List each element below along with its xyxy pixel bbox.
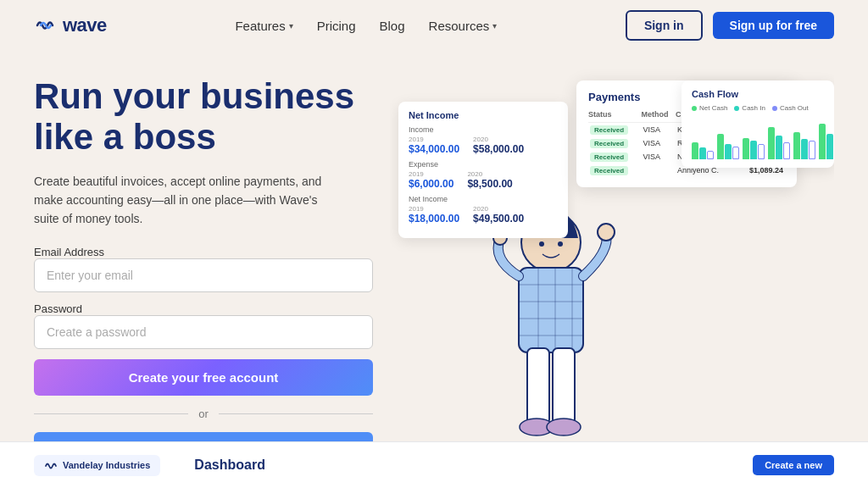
nav-resources[interactable]: Resources ▾ (429, 19, 498, 33)
preview-company-name: Vandelay Industries (63, 460, 150, 470)
logo[interactable]: wave (34, 14, 107, 36)
chevron-down-icon: ▾ (289, 21, 293, 30)
bar-outline (758, 144, 765, 159)
nav-features[interactable]: Features ▾ (235, 19, 292, 33)
bar-teal (776, 136, 782, 159)
bar-teal (725, 144, 732, 159)
income-card-title: Net Income (409, 110, 558, 120)
bar-teal (699, 147, 706, 159)
bar-teal (826, 134, 833, 159)
bar-outline (783, 142, 790, 159)
create-account-button[interactable]: Create your free account (34, 359, 373, 396)
logo-text: wave (63, 14, 107, 36)
bar-teal (750, 141, 757, 159)
svg-point-17 (547, 419, 581, 435)
bar-group (717, 134, 739, 159)
nav-links: Features ▾ Pricing Blog Resources ▾ (235, 19, 497, 33)
legend-cash-in: Cash In (734, 104, 765, 112)
or-text: or (198, 408, 209, 420)
bar-outline (732, 147, 739, 159)
col-method: Method (641, 110, 676, 123)
nav-pricing[interactable]: Pricing (317, 19, 356, 33)
bar-group (743, 138, 765, 159)
legend-net-cash: Net Cash (692, 104, 727, 112)
main-content: Run your business like a boss Create bea… (0, 51, 868, 488)
svg-point-2 (558, 241, 563, 247)
cashflow-legend: Net Cash Cash In Cash Out (692, 104, 824, 112)
hero-subtitle: Create beautiful invoices, accept online… (34, 172, 339, 229)
bar-group (692, 142, 714, 159)
preview-dashboard-label: Dashboard (194, 458, 265, 473)
bar-teal (801, 139, 808, 159)
wave-logo-icon (34, 16, 58, 35)
svg-rect-14 (527, 348, 549, 424)
preview-wave-icon (44, 460, 58, 471)
legend-dot-green (692, 106, 697, 111)
nav-blog[interactable]: Blog (380, 19, 405, 33)
income-section-1: Expense 2019 $6,000.00 2020 $8,500.00 (409, 160, 558, 190)
bar-group (768, 127, 790, 159)
income-card: Net Income Income 2019 $34,000.00 2020 $… (398, 102, 568, 238)
password-label: Password (34, 302, 373, 315)
divider-line-left (34, 413, 188, 414)
cashflow-chart (692, 117, 824, 159)
email-input[interactable] (34, 258, 373, 292)
income-section-2: Net Income 2019 $18,000.00 2020 $49,500.… (409, 195, 558, 225)
nav-actions: Sign in Sign up for free (626, 10, 834, 41)
navbar: wave Features ▾ Pricing Blog Resources ▾… (0, 0, 868, 51)
email-label: Email Address (34, 246, 373, 258)
right-section: ♪ ♪ Net Income Income 2019 $34,000.00 20… (390, 68, 834, 488)
legend-dot-purple (772, 106, 777, 111)
cashflow-card: Cash Flow Net Cash Cash In Cash Out (682, 80, 834, 168)
bar-outline (707, 151, 714, 159)
chevron-down-icon-resources: ▾ (492, 21, 497, 30)
preview-logo: Vandelay Industries (34, 455, 160, 476)
hero-title: Run your business like a boss (34, 76, 373, 158)
signup-nav-button[interactable]: Sign up for free (713, 12, 834, 39)
income-section-0: Income 2019 $34,000.00 2020 $58,000.00 (409, 125, 558, 155)
left-section: Run your business like a boss Create bea… (34, 68, 373, 488)
bar-green (692, 142, 698, 159)
bar-green (743, 138, 749, 159)
signin-button[interactable]: Sign in (626, 10, 703, 41)
svg-point-11 (598, 224, 615, 241)
bar-green (717, 134, 724, 159)
svg-point-1 (539, 241, 544, 247)
svg-rect-15 (553, 348, 575, 424)
bar-green (793, 132, 800, 159)
legend-cash-out: Cash Out (772, 104, 809, 112)
preview-create-button[interactable]: Create a new (753, 455, 834, 475)
bar-group (819, 124, 834, 159)
bar-outline (809, 141, 815, 159)
divider-line-right (219, 413, 373, 414)
svg-rect-3 (519, 268, 583, 352)
bar-group (793, 132, 815, 159)
password-input[interactable] (34, 315, 373, 349)
or-divider: or (34, 408, 373, 420)
col-status: Status (588, 110, 641, 123)
bar-green (819, 124, 826, 159)
bottom-preview-bar: Vandelay Industries Dashboard Create a n… (0, 441, 868, 488)
legend-dot-teal (734, 106, 739, 111)
cashflow-title: Cash Flow (692, 89, 824, 99)
bar-green (768, 127, 775, 159)
